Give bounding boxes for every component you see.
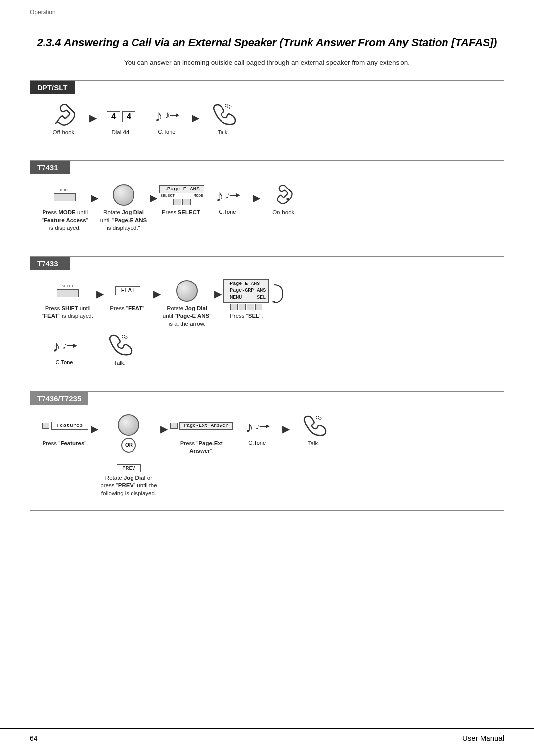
feat-label: Press "FEAT". bbox=[110, 305, 146, 313]
talk-label-t7436: Talk. bbox=[308, 440, 320, 448]
step-talk-dpt: Talk. bbox=[201, 103, 246, 137]
header-text: Operation bbox=[30, 9, 56, 16]
select-sublabel: SELECT bbox=[160, 194, 175, 198]
sel-btn-t7433-1 bbox=[230, 304, 238, 310]
svg-marker-3 bbox=[176, 113, 179, 117]
jog-or-prev-icon: OR PREV bbox=[117, 414, 140, 472]
arrow-t7431-1: ▶ bbox=[89, 183, 100, 204]
dial-key-4a: 4 bbox=[107, 111, 120, 122]
lcd-page-e-ans: →Page-E ANS bbox=[159, 185, 204, 193]
page-title: 2.3.4 Answering a Call via an External S… bbox=[30, 35, 504, 50]
ctone-label-t7431: C.Tone bbox=[219, 209, 236, 215]
footer-manual: User Manual bbox=[462, 734, 504, 742]
features-button-label: Features bbox=[51, 422, 89, 430]
mode-icon: MODE bbox=[54, 183, 76, 207]
jog-label-t7433: Rotate Jog Dialuntil "Page-E ANS"is at t… bbox=[163, 305, 212, 328]
off-hook-icon bbox=[52, 103, 76, 127]
t7433-steps-row2: ♪ ♪ C.Tone bbox=[42, 333, 492, 367]
svg-text:♪: ♪ bbox=[52, 337, 60, 355]
arrow-t7433-3: ▶ bbox=[212, 279, 223, 300]
step-jog-t7431: Rotate Jog Dialuntil "Page-E ANSis displ… bbox=[100, 183, 147, 232]
onhook-icon-t7431 bbox=[274, 183, 295, 207]
jog-dial-t7433 bbox=[176, 280, 198, 302]
shift-label: Press SHIFT until"FEAT" is displayed. bbox=[42, 305, 93, 320]
mode-sublabel: MODE bbox=[194, 194, 203, 198]
soft-key-page-ext bbox=[170, 423, 178, 429]
svg-marker-14 bbox=[73, 344, 77, 348]
step-lcd-t7433: →Page-E ANS Page-GRP ANS MENU SEL Press … bbox=[223, 279, 269, 320]
arrow-t7436-3: ▶ bbox=[280, 414, 292, 435]
step-shift: SHIFT Press SHIFT until"FEAT" is display… bbox=[42, 279, 93, 320]
ctone-label-dpt: C.Tone bbox=[158, 129, 176, 135]
features-icon: Features bbox=[42, 414, 88, 438]
soft-key-features bbox=[42, 423, 49, 429]
off-hook-label: Off-hook. bbox=[52, 129, 76, 137]
lcd-icon-t7431: →Page-E ANS SELECT MODE bbox=[159, 183, 204, 207]
jog-icon-t7431 bbox=[113, 183, 134, 207]
onhook-label-t7431: On-hook. bbox=[272, 209, 296, 217]
step-ctone-t7436: ♪ ♪ C.Tone bbox=[235, 414, 279, 446]
svg-line-0 bbox=[55, 122, 57, 124]
features-label: Press "Features". bbox=[43, 440, 88, 448]
arrow-t7436-2: ▶ bbox=[158, 414, 170, 435]
talk-icon-dpt bbox=[211, 103, 236, 127]
step-jog-t7433: Rotate Jog Dialuntil "Page-E ANS"is at t… bbox=[163, 279, 212, 328]
footer-page: 64 bbox=[30, 734, 38, 742]
talk-label-t7433: Talk. bbox=[114, 359, 126, 367]
page-header: Operation bbox=[0, 0, 534, 20]
mode-btn-t7431 bbox=[182, 199, 191, 205]
arrow-t7433-return bbox=[270, 279, 286, 304]
prev-button: PREV bbox=[117, 464, 140, 472]
t7431-header: T7431 bbox=[30, 161, 70, 174]
arrow-t7436-1: ▶ bbox=[89, 414, 100, 435]
mode-button bbox=[54, 193, 76, 201]
ctone-label-t7433: C.Tone bbox=[56, 359, 73, 365]
jog-dial-t7436 bbox=[118, 414, 139, 436]
t7431-body: MODE Press MODE until"Feature Access"is … bbox=[30, 174, 504, 245]
feat-button: FEAT bbox=[115, 286, 140, 295]
ctone-icon-dpt: ♪ ♪ bbox=[154, 103, 179, 127]
jog-or-prev-label: Rotate Jog Dial orpress "PREV" until the… bbox=[100, 474, 157, 498]
intro-text: You can answer an incoming outside call … bbox=[30, 59, 504, 66]
step-jog-or-prev: OR PREV Rotate Jog Dial orpress "PREV" u… bbox=[100, 414, 157, 498]
t7431-box: T7431 MODE Press MODE until"Feature Acce… bbox=[30, 160, 504, 245]
svg-text:♪: ♪ bbox=[155, 107, 163, 125]
dial-key-4b: 4 bbox=[122, 111, 135, 122]
step-off-hook: Off-hook. bbox=[42, 103, 87, 137]
dpt-slt-body: Off-hook. ▶ 4 4 Dial 44. bbox=[30, 94, 504, 149]
lcd-tall-icon: →Page-E ANS Page-GRP ANS MENU SEL bbox=[223, 279, 269, 310]
talk-icon-t7436 bbox=[301, 414, 327, 438]
arrow-2: ▶ bbox=[190, 103, 201, 124]
sel-btn-t7433-4 bbox=[255, 304, 263, 310]
ctone-label-t7436: C.Tone bbox=[248, 440, 266, 446]
t7436-header: T7436/T7235 bbox=[30, 392, 88, 405]
step-lcd-t7431: →Page-E ANS SELECT MODE Press SELECT. bbox=[159, 183, 204, 217]
main-content: 2.3.4 Answering a Call via an External S… bbox=[0, 20, 534, 551]
step-page-ext: Page-Ext Answer Press "Page-Ext Answer". bbox=[170, 414, 234, 455]
shift-icon: SHIFT bbox=[57, 279, 79, 303]
mode-label: Press MODE until"Feature Access"is displ… bbox=[42, 209, 88, 232]
select-label-t7431: Press SELECT. bbox=[162, 209, 202, 217]
step-feat: FEAT Press "FEAT". bbox=[106, 279, 150, 313]
ctone-icon-t7431: ♪ ♪ bbox=[215, 183, 240, 207]
step-ctone-t7431: ♪ ♪ C.Tone bbox=[205, 183, 250, 215]
t7436-body: Features Press "Features". ▶ OR PREV bbox=[30, 405, 504, 511]
step-ctone-dpt: ♪ ♪ C.Tone bbox=[144, 103, 189, 135]
ctone-icon-t7433: ♪ ♪ bbox=[51, 333, 77, 357]
step-talk-t7433: Talk. bbox=[97, 333, 142, 367]
page-ext-answer-btn: Page-Ext Answer bbox=[179, 422, 233, 430]
arrow-t7433-2: ▶ bbox=[151, 279, 163, 300]
svg-text:♪: ♪ bbox=[62, 340, 67, 351]
page-footer: 64 User Manual bbox=[0, 728, 534, 742]
svg-text:♪: ♪ bbox=[245, 418, 253, 436]
t7433-steps-row1: SHIFT Press SHIFT until"FEAT" is display… bbox=[42, 279, 492, 328]
or-circle: OR bbox=[121, 438, 136, 453]
svg-text:♪: ♪ bbox=[255, 421, 260, 431]
svg-marker-18 bbox=[266, 425, 270, 428]
t7433-body: SHIFT Press SHIFT until"FEAT" is display… bbox=[30, 270, 504, 380]
page-ext-icon: Page-Ext Answer bbox=[170, 414, 233, 438]
sel-label-t7433: Press "SEL". bbox=[230, 312, 263, 320]
t7433-box: T7433 SHIFT Press SHIFT until"FEAT" is d… bbox=[30, 256, 504, 380]
dial-44-icon: 4 4 bbox=[106, 103, 136, 127]
step-dial-44: 4 4 Dial 44. bbox=[99, 103, 143, 137]
